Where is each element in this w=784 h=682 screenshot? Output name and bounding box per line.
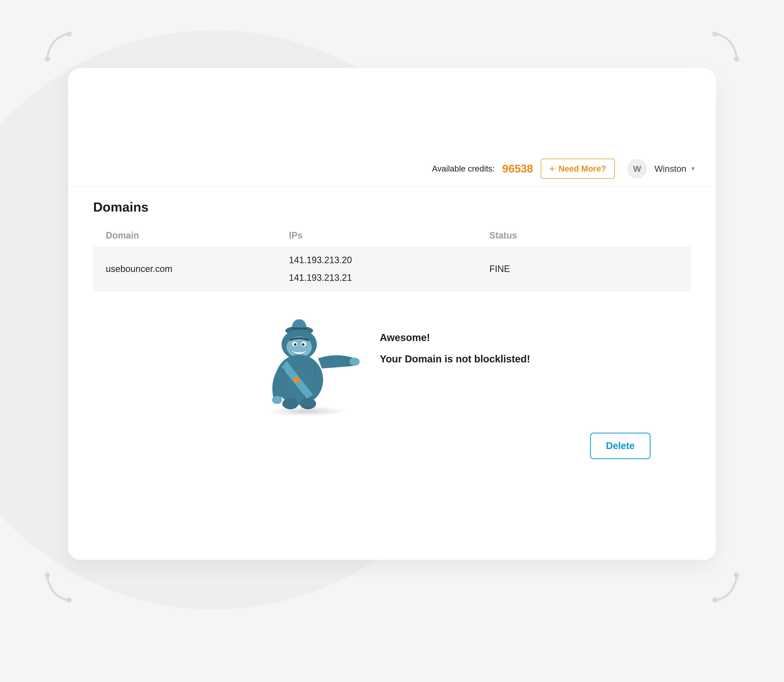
svg-point-1 (45, 56, 50, 62)
result-message: Your Domain is not blocklisted! (380, 353, 530, 365)
svg-point-4 (67, 598, 72, 603)
avatar[interactable]: W (627, 159, 647, 178)
svg-point-2 (712, 32, 717, 37)
need-more-label: Need More? (559, 164, 606, 174)
page-title: Domains (93, 199, 691, 215)
decorative-corner-top-left (40, 30, 73, 63)
result-text: Awesome! Your Domain is not blocklisted! (380, 317, 530, 365)
svg-point-3 (734, 56, 739, 62)
svg-point-15 (302, 343, 304, 346)
cell-status: FINE (489, 264, 678, 274)
top-bar: Available credits: 96538 + Need More? W … (68, 143, 716, 187)
column-header-status: Status (489, 230, 678, 241)
cell-domain: usebouncer.com (106, 264, 289, 274)
svg-point-7 (734, 572, 739, 578)
column-header-domain: Domain (106, 230, 289, 241)
need-more-button[interactable]: + Need More? (541, 159, 615, 179)
content: Domains Domain IPs Status usebouncer.com… (68, 187, 716, 459)
table-row[interactable]: usebouncer.com 141.193.213.20 141.193.21… (93, 246, 691, 292)
mascot-shadow (266, 406, 347, 416)
plus-icon: + (549, 164, 555, 174)
actions-bar: Delete (93, 413, 691, 459)
column-header-ips: IPs (289, 230, 489, 241)
ip-value: 141.193.213.20 (289, 255, 489, 265)
ip-value: 141.193.213.21 (289, 272, 489, 283)
delete-button[interactable]: Delete (590, 433, 650, 459)
decorative-corner-bottom-right (711, 571, 744, 604)
avatar-initial: W (633, 164, 641, 174)
user-menu[interactable]: Winston ▼ (655, 164, 696, 174)
credits-value: 96538 (502, 163, 533, 175)
result-block: Awesome! Your Domain is not blocklisted! (93, 317, 691, 413)
svg-point-18 (349, 358, 360, 366)
svg-point-5 (45, 572, 50, 578)
chevron-down-icon: ▼ (690, 166, 696, 172)
svg-point-6 (712, 598, 717, 603)
main-card: Available credits: 96538 + Need More? W … (68, 68, 716, 560)
credits-label: Available credits: (432, 164, 495, 174)
svg-point-19 (272, 396, 282, 404)
user-name: Winston (655, 164, 686, 174)
svg-point-17 (294, 377, 300, 383)
svg-point-14 (294, 343, 296, 346)
mascot-image (254, 317, 360, 413)
result-title: Awesome! (380, 332, 530, 343)
table-header: Domain IPs Status (93, 225, 691, 246)
decorative-corner-top-right (711, 30, 744, 63)
svg-point-0 (67, 32, 72, 37)
decorative-corner-bottom-left (40, 571, 73, 604)
cell-ips: 141.193.213.20 141.193.213.21 (289, 255, 489, 283)
